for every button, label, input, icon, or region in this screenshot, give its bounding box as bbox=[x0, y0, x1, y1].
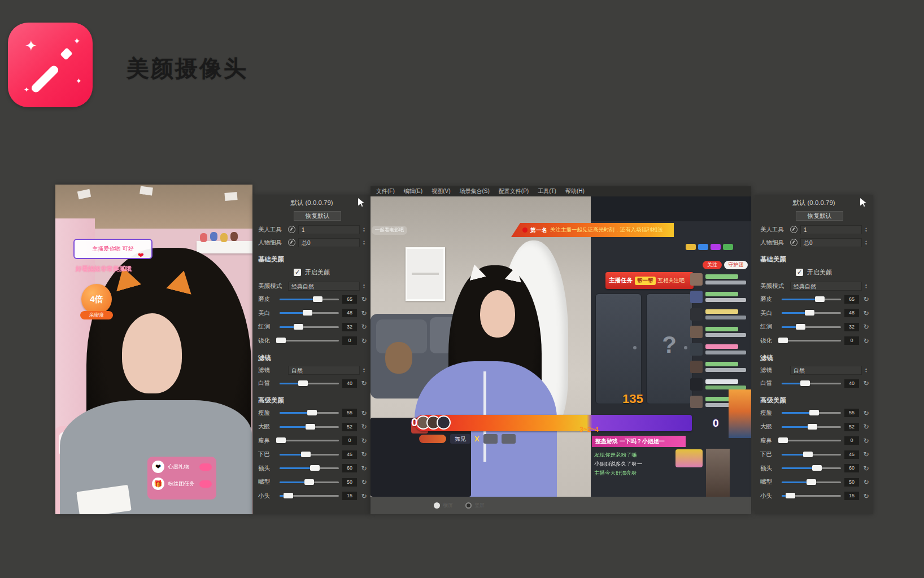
slider-track[interactable] bbox=[782, 326, 841, 328]
gift-row[interactable]: 🎁粉丝团任务 bbox=[152, 478, 212, 490]
slider-track[interactable] bbox=[782, 412, 841, 414]
slider-reset-button[interactable]: ↻ bbox=[862, 465, 870, 472]
guard-group-button[interactable]: 守护团 bbox=[724, 261, 748, 269]
slider-reset-button[interactable]: ↻ bbox=[360, 478, 368, 486]
slider-track[interactable] bbox=[782, 426, 841, 428]
slider-thumb[interactable] bbox=[812, 465, 822, 471]
stepper-down-icon[interactable]: ▼ bbox=[363, 230, 368, 233]
slider-reset-button[interactable]: ↻ bbox=[862, 409, 870, 417]
slider-thumb[interactable] bbox=[298, 380, 308, 386]
field-input[interactable]: 1 bbox=[298, 225, 360, 234]
slider-track[interactable] bbox=[280, 299, 339, 300]
stepper[interactable]: ▲▼ bbox=[363, 283, 368, 289]
stepper-down-icon[interactable]: ▼ bbox=[865, 230, 870, 233]
slider-thumb[interactable] bbox=[276, 338, 286, 343]
slider-track[interactable] bbox=[280, 481, 339, 483]
footer-control[interactable]: 横屏 bbox=[434, 502, 453, 509]
slider-thumb[interactable] bbox=[306, 424, 315, 430]
gift-row[interactable]: ❤心愿礼物 bbox=[152, 461, 212, 473]
slider-track[interactable] bbox=[782, 467, 841, 469]
task-action-chip[interactable]: 帮一帮 bbox=[635, 277, 656, 285]
reset-defaults-button[interactable]: 恢复默认 bbox=[796, 211, 843, 221]
slider-reset-button[interactable]: ↻ bbox=[862, 492, 870, 500]
field-input[interactable]: 总0 bbox=[800, 238, 862, 247]
gift-send-button[interactable] bbox=[199, 480, 212, 488]
slider-track[interactable] bbox=[280, 326, 339, 328]
menu-item[interactable]: 场景集合(S) bbox=[459, 187, 489, 195]
slider-reset-button[interactable]: ↻ bbox=[862, 423, 870, 431]
slider-thumb[interactable] bbox=[815, 296, 825, 302]
gift-send-button[interactable] bbox=[199, 463, 212, 471]
dropdown-value[interactable]: 自然 bbox=[288, 366, 360, 375]
gift-panel[interactable]: ❤心愿礼物🎁粉丝团任务 bbox=[147, 457, 216, 500]
menu-item[interactable]: 编辑(E) bbox=[404, 187, 422, 195]
slider-thumb[interactable] bbox=[284, 493, 293, 498]
stepper[interactable]: ▲▼ bbox=[363, 367, 368, 373]
slider-thumb[interactable] bbox=[800, 380, 810, 386]
slider-reset-button[interactable]: ↻ bbox=[862, 323, 870, 331]
slider-thumb[interactable] bbox=[808, 424, 817, 430]
stepper[interactable]: ▲▼ bbox=[865, 240, 870, 246]
menu-item[interactable]: 文件(F) bbox=[376, 187, 395, 195]
slider-thumb[interactable] bbox=[803, 452, 813, 457]
slider-reset-button[interactable]: ↻ bbox=[360, 465, 368, 472]
slider-track[interactable] bbox=[280, 383, 339, 384]
stepper[interactable]: ▲▼ bbox=[363, 240, 368, 246]
slider-reset-button[interactable]: ↻ bbox=[360, 295, 368, 303]
stepper-down-icon[interactable]: ▼ bbox=[865, 243, 870, 246]
slider-track[interactable] bbox=[782, 312, 841, 314]
stepper[interactable]: ▲▼ bbox=[865, 227, 870, 233]
stepper-down-icon[interactable]: ▼ bbox=[865, 370, 870, 373]
slider-reset-button[interactable]: ↻ bbox=[360, 423, 368, 431]
slider-thumb[interactable] bbox=[307, 410, 317, 415]
stepper-down-icon[interactable]: ▼ bbox=[865, 286, 870, 289]
slider-thumb[interactable] bbox=[301, 452, 311, 457]
slider-reset-button[interactable]: ↻ bbox=[360, 379, 368, 387]
slider-track[interactable] bbox=[280, 495, 339, 497]
slider-track[interactable] bbox=[280, 454, 339, 456]
slider-track[interactable] bbox=[280, 440, 339, 441]
slider-thumb[interactable] bbox=[809, 410, 819, 415]
slider-reset-button[interactable]: ↻ bbox=[360, 437, 368, 445]
slider-track[interactable] bbox=[782, 481, 841, 483]
slider-track[interactable] bbox=[280, 412, 339, 414]
slider-thumb[interactable] bbox=[805, 310, 814, 316]
slider-reset-button[interactable]: ↻ bbox=[862, 379, 870, 387]
slider-track[interactable] bbox=[782, 440, 841, 441]
slider-thumb[interactable] bbox=[276, 437, 286, 443]
slider-reset-button[interactable]: ↻ bbox=[862, 295, 870, 303]
dropdown-value[interactable]: 经典自然 bbox=[288, 282, 360, 291]
slider-thumb[interactable] bbox=[303, 310, 312, 316]
slider-thumb[interactable] bbox=[778, 437, 788, 443]
mystery-door-right[interactable]: ? bbox=[646, 294, 692, 404]
slider-thumb[interactable] bbox=[304, 479, 314, 485]
app-icon[interactable]: ✦ ✦ ✦ ✦ bbox=[8, 23, 93, 107]
dropdown-value[interactable]: 自然 bbox=[790, 366, 862, 375]
slider-track[interactable] bbox=[782, 495, 841, 497]
slider-reset-button[interactable]: ↻ bbox=[360, 309, 368, 317]
slider-track[interactable] bbox=[782, 383, 841, 384]
slider-thumb[interactable] bbox=[310, 465, 320, 471]
pk-gray-button[interactable] bbox=[483, 434, 498, 444]
reset-defaults-button[interactable]: 恢复默认 bbox=[294, 211, 341, 221]
slider-reset-button[interactable]: ↻ bbox=[862, 478, 870, 486]
slider-track[interactable] bbox=[782, 454, 841, 456]
slider-reset-button[interactable]: ↻ bbox=[360, 450, 368, 458]
dropdown-value[interactable]: 经典自然 bbox=[790, 282, 862, 291]
menu-item[interactable]: 工具(T) bbox=[538, 187, 556, 195]
slider-reset-button[interactable]: ↻ bbox=[360, 323, 368, 331]
slider-track[interactable] bbox=[280, 426, 339, 428]
stepper[interactable]: ▲▼ bbox=[363, 227, 368, 233]
footer-control[interactable]: 竖屏 bbox=[465, 502, 485, 509]
slider-reset-button[interactable]: ↻ bbox=[862, 437, 870, 445]
slider-track[interactable] bbox=[280, 312, 339, 314]
slider-reset-button[interactable]: ↻ bbox=[360, 337, 368, 345]
pk-tag-button[interactable]: 舞见 bbox=[450, 434, 470, 444]
beauty-toggle-checkbox[interactable]: ✓ bbox=[796, 269, 803, 276]
slider-reset-button[interactable]: ↻ bbox=[360, 409, 368, 417]
slider-thumb[interactable] bbox=[786, 493, 795, 498]
slider-track[interactable] bbox=[782, 299, 841, 300]
field-input[interactable]: 总0 bbox=[298, 238, 360, 247]
menu-item[interactable]: 帮助(H) bbox=[565, 187, 585, 195]
stepper[interactable]: ▲▼ bbox=[865, 367, 870, 373]
